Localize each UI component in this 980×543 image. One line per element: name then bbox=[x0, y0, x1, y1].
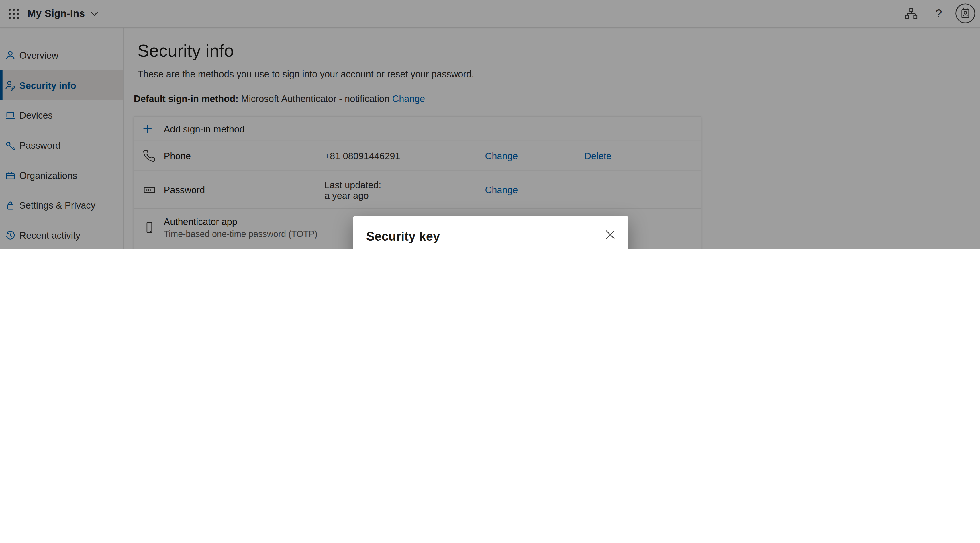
close-button[interactable] bbox=[604, 228, 616, 241]
my-signins-app: My Sign-Ins ? bbox=[0, 0, 980, 249]
dialog-title: Security key bbox=[366, 229, 615, 244]
close-icon bbox=[605, 230, 615, 239]
security-key-dialog: Security key Name your security key. Thi… bbox=[353, 217, 628, 249]
modal-backdrop[interactable] bbox=[0, 0, 980, 249]
